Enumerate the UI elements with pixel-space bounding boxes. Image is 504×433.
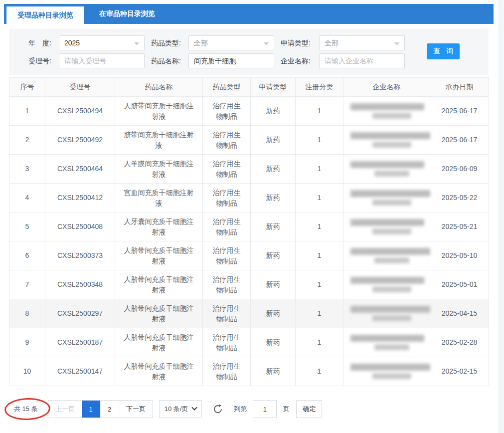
cell-reg-class: 1 xyxy=(296,241,343,270)
page-size-value: 10 条/页 xyxy=(165,405,188,414)
redacted-company-blur xyxy=(350,248,430,255)
cell-no: 2 xyxy=(9,126,45,155)
redacted-company-blur xyxy=(372,373,411,379)
drug-type-value: 全部 xyxy=(194,39,208,47)
query-button[interactable]: 查 询 xyxy=(427,43,460,59)
cell-reg-class: 1 xyxy=(296,328,343,357)
cell-accept-no: CXSL2500408 xyxy=(45,213,115,241)
cell-accept-no: CXSL2500412 xyxy=(45,184,115,213)
goto-page-input[interactable] xyxy=(253,400,277,418)
cell-no: 1 xyxy=(9,97,45,126)
cell-no: 4 xyxy=(9,184,45,213)
redacted-company-blur xyxy=(374,344,409,350)
cell-reg-class: 1 xyxy=(296,213,343,241)
col-header-date: 承办日期 xyxy=(430,78,489,97)
redacted-company-blur xyxy=(350,277,424,284)
year-label: 年 度: xyxy=(9,35,51,50)
cell-drug-type: 治疗用生物制品 xyxy=(203,155,251,184)
table-row[interactable]: 10CXSL2500147人脐带间充质干细胞注射液治疗用生物制品新药12025-… xyxy=(9,357,489,386)
prev-page-button[interactable]: 上一页 xyxy=(48,401,82,418)
page: 受理品种目录浏览 在审品种目录浏览 年 度: 2025 药品类型: 全部 申请类… xyxy=(0,0,504,433)
tab-accepted-catalog[interactable]: 受理品种目录浏览 xyxy=(6,6,84,24)
redacted-company-blur xyxy=(350,219,424,226)
page-2-button[interactable]: 2 xyxy=(100,401,119,418)
table-header-row: 序号 受理号 药品名称 药品类型 申请类型 注册分类 企业名称 承办日期 xyxy=(9,78,489,97)
apply-type-value: 全部 xyxy=(325,39,338,47)
cell-drug-type: 治疗用生物制品 xyxy=(203,270,251,299)
cell-company xyxy=(343,213,430,241)
pagination-bar: 共 15 条 上一页 1 2 下一页 10 条/页 到第 页 确定 xyxy=(9,400,489,419)
table-body: 1CXSL2500494人脐带间充质干细胞注射液治疗用生物制品新药12025-0… xyxy=(9,97,489,386)
tab-under-review-catalog[interactable]: 在审品种目录浏览 xyxy=(84,4,170,24)
drug-name-label: 药品名称: xyxy=(140,53,181,68)
year-select[interactable]: 2025 xyxy=(59,35,145,50)
page-1-button[interactable]: 1 xyxy=(82,401,100,418)
redacted-company-blur xyxy=(372,200,411,206)
cell-date: 2025-05-22 xyxy=(430,184,489,213)
cell-accept-no: CXSL2500147 xyxy=(45,357,115,386)
cell-drug-type: 治疗用生物制品 xyxy=(203,357,251,386)
cell-company xyxy=(343,126,430,155)
cell-drug-name: 人羊膜间充质干细胞注射液 xyxy=(115,155,203,184)
cell-accept-no: CXSL2500348 xyxy=(45,270,115,299)
cell-drug-name: 人脐带间充质干细胞注射液 xyxy=(115,270,203,299)
col-header-apply-type: 申请类型 xyxy=(251,78,296,97)
accept-no-input[interactable]: 请输入受理号 xyxy=(59,53,145,68)
page-button-group: 上一页 1 2 下一页 xyxy=(48,400,153,418)
col-header-company: 企业名称 xyxy=(343,78,430,97)
cell-drug-name: 人脐带间充质干细胞注射液 xyxy=(115,97,203,126)
cell-date: 2025-02-15 xyxy=(430,357,489,386)
cell-apply-type: 新药 xyxy=(251,241,296,270)
cell-reg-class: 1 xyxy=(296,270,343,299)
col-header-no: 序号 xyxy=(9,78,45,97)
company-name-input[interactable]: 请输入企业名称 xyxy=(319,53,405,68)
cell-accept-no: CXSL2500494 xyxy=(45,97,115,126)
company-name-label: 企业名称: xyxy=(272,53,311,68)
cell-apply-type: 新药 xyxy=(251,270,296,299)
cell-drug-type: 治疗用生物制品 xyxy=(203,97,251,126)
apply-type-select[interactable]: 全部 xyxy=(319,35,405,50)
table-row[interactable]: 5CXSL2500408人牙囊间充质干细胞注射液治疗用生物制品新药12025-0… xyxy=(9,213,489,241)
cell-reg-class: 1 xyxy=(296,299,343,328)
cell-reg-class: 1 xyxy=(296,184,343,213)
cell-drug-name: 脐带间充质干细胞注射液 xyxy=(115,126,203,155)
redacted-company-blur xyxy=(350,335,424,342)
table-row[interactable]: 7CXSL2500348人脐带间充质干细胞注射液治疗用生物制品新药12025-0… xyxy=(9,270,489,299)
table-row[interactable]: 2CXSL2500492脐带间充质干细胞注射液治疗用生物制品新药12025-06… xyxy=(9,126,489,155)
table-row[interactable]: 3CXSL2500464人羊膜间充质干细胞注射液治疗用生物制品新药12025-0… xyxy=(9,155,489,184)
page-size-select[interactable]: 10 条/页 xyxy=(159,400,202,418)
table-row[interactable]: 4CXSL2500412宫血间充质干细胞注射液治疗用生物制品新药12025-05… xyxy=(9,184,489,213)
next-page-button[interactable]: 下一页 xyxy=(119,401,153,418)
cell-accept-no: CXSL2500464 xyxy=(45,155,115,184)
tab-bar: 受理品种目录浏览 在审品种目录浏览 xyxy=(4,4,494,24)
table-row[interactable]: 9CXSL2500187人脐带间充质干细胞注射液治疗用生物制品新药12025-0… xyxy=(9,328,489,357)
cell-no: 8 xyxy=(9,299,45,328)
redacted-company-blur xyxy=(350,103,424,110)
cell-drug-type: 治疗用生物制品 xyxy=(203,184,251,213)
drug-name-input[interactable]: 间充质干细胞 xyxy=(188,53,274,68)
cell-drug-type: 治疗用生物制品 xyxy=(203,299,251,328)
cell-company xyxy=(343,270,430,299)
cell-date: 2025-05-10 xyxy=(430,241,489,270)
cell-drug-type: 治疗用生物制品 xyxy=(203,328,251,357)
cell-accept-no: CXSL2500297 xyxy=(45,299,115,328)
cell-drug-name: 人脐带间充质干细胞注射液 xyxy=(115,241,203,270)
table-row[interactable]: 6CXSL2500373人脐带间充质干细胞注射液治疗用生物制品新药12025-0… xyxy=(9,241,489,270)
cell-date: 2025-05-21 xyxy=(430,213,489,241)
year-value: 2025 xyxy=(64,39,80,47)
cell-date: 2025-06-17 xyxy=(430,126,489,155)
drug-type-select[interactable]: 全部 xyxy=(188,35,274,50)
cell-company xyxy=(343,357,430,386)
cell-reg-class: 1 xyxy=(296,97,343,126)
cell-drug-name: 人脐带间充质干细胞注射液 xyxy=(115,357,203,386)
redacted-company-blur xyxy=(350,364,430,371)
total-count: 共 15 条 xyxy=(14,405,38,413)
confirm-button[interactable]: 确定 xyxy=(296,400,322,418)
table-row[interactable]: 1CXSL2500494人脐带间充质干细胞注射液治疗用生物制品新药12025-0… xyxy=(9,97,489,126)
total-count-wrap: 共 15 条 xyxy=(9,405,43,414)
cell-reg-class: 1 xyxy=(296,357,343,386)
table-row[interactable]: 8CXSL2500297人脐带间充质干细胞注射液治疗用生物制品新药12025-0… xyxy=(9,299,489,328)
redacted-company-blur xyxy=(350,161,424,168)
refresh-icon[interactable] xyxy=(213,404,223,414)
cell-company xyxy=(343,299,430,328)
